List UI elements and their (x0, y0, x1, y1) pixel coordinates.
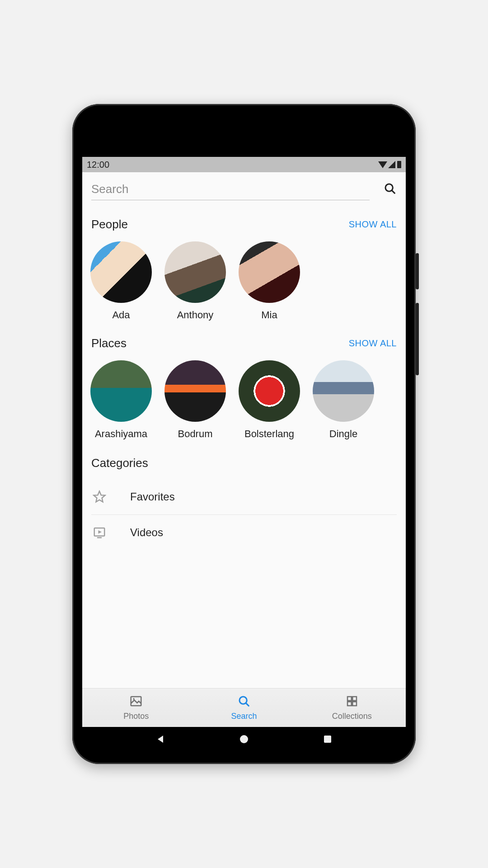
search-input[interactable] (91, 179, 370, 200)
search-icon (237, 694, 251, 710)
svg-marker-4 (99, 530, 102, 534)
svg-rect-16 (324, 736, 331, 743)
status-time: 12:00 (87, 160, 109, 170)
search-bar (82, 172, 406, 204)
place-item[interactable]: Bodrum (164, 360, 227, 440)
place-thumbnail (239, 360, 300, 422)
svg-point-0 (385, 184, 393, 191)
person-name: Ada (112, 309, 130, 321)
android-system-nav (82, 729, 406, 750)
place-item[interactable]: Dingle (312, 360, 375, 440)
svg-line-9 (246, 703, 249, 706)
person-item[interactable]: Mia (238, 241, 301, 321)
nav-search[interactable]: Search (190, 689, 298, 727)
svg-rect-10 (347, 697, 352, 701)
person-item[interactable]: Anthony (164, 241, 227, 321)
place-thumbnail (313, 360, 374, 422)
nav-label: Collections (332, 712, 372, 721)
svg-marker-14 (158, 736, 163, 743)
collections-icon (345, 694, 359, 710)
nav-label: Search (231, 712, 257, 721)
svg-rect-13 (352, 702, 357, 706)
search-icon[interactable] (383, 182, 397, 197)
svg-point-8 (239, 697, 247, 704)
place-item[interactable]: Bolsterlang (238, 360, 301, 440)
volume-button (416, 303, 419, 375)
places-list[interactable]: Arashiyama Bodrum Bolsterlang Dingle (82, 355, 406, 444)
video-icon (91, 526, 108, 539)
category-label: Videos (130, 526, 163, 539)
person-item[interactable]: Ada (89, 241, 153, 321)
power-button (416, 253, 419, 289)
places-title: Places (91, 336, 127, 350)
avatar (164, 241, 226, 303)
photos-icon (129, 694, 143, 710)
place-name: Bodrum (178, 428, 212, 440)
svg-line-1 (392, 190, 395, 193)
nav-photos[interactable]: Photos (82, 689, 190, 727)
back-button[interactable] (155, 734, 166, 745)
svg-rect-11 (352, 697, 357, 701)
signal-icon (388, 161, 395, 168)
category-favorites[interactable]: Favorites (91, 479, 397, 515)
place-thumbnail (90, 360, 152, 422)
bottom-nav: Photos Search (82, 688, 406, 727)
place-name: Dingle (329, 428, 357, 440)
wifi-icon (378, 161, 387, 168)
people-list[interactable]: Ada Anthony Mia (82, 236, 406, 326)
place-name: Arashiyama (95, 428, 147, 440)
battery-icon (397, 161, 401, 168)
people-title: People (91, 217, 128, 231)
star-icon (91, 490, 108, 504)
people-show-all-button[interactable]: SHOW ALL (349, 219, 397, 230)
svg-point-15 (240, 735, 248, 743)
svg-point-7 (133, 698, 135, 700)
nav-collections[interactable]: Collections (298, 689, 406, 727)
place-name: Bolsterlang (244, 428, 294, 440)
status-bar: 12:00 (82, 157, 406, 172)
avatar (90, 241, 152, 303)
avatar (239, 241, 300, 303)
person-name: Mia (261, 309, 277, 321)
category-label: Favorites (130, 491, 175, 503)
person-name: Anthony (177, 309, 214, 321)
places-section-header: Places SHOW ALL (82, 326, 406, 355)
place-thumbnail (164, 360, 226, 422)
overview-button[interactable] (322, 734, 333, 745)
phone-frame: 12:00 People (72, 104, 416, 764)
category-videos[interactable]: Videos (91, 515, 397, 550)
svg-marker-2 (94, 491, 105, 502)
places-show-all-button[interactable]: SHOW ALL (349, 338, 397, 349)
place-item[interactable]: Arashiyama (89, 360, 153, 440)
home-button[interactable] (239, 734, 249, 745)
nav-label: Photos (123, 712, 149, 721)
categories-title: Categories (91, 456, 397, 470)
svg-rect-12 (347, 702, 352, 706)
people-section-header: People SHOW ALL (82, 207, 406, 236)
